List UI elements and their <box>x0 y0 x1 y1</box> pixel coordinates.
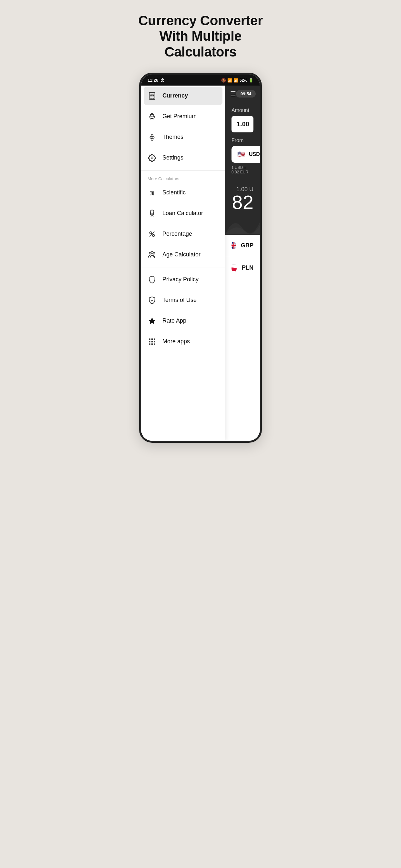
usd-flag: 🇺🇸 <box>236 149 246 159</box>
svg-point-21 <box>153 252 155 254</box>
currency-selector[interactable]: 🇺🇸 USD 📈 <box>232 146 260 163</box>
drawer-item-privacy[interactable]: Privacy Policy <box>141 269 225 290</box>
premium-icon <box>148 112 157 121</box>
status-bar: 11:26 ⏱ 🔕 📶 📶 52% 🔋 <box>141 74 260 86</box>
result-from: 1.00 U <box>232 186 253 193</box>
gbp-code: GBP <box>241 242 253 249</box>
hamburger-icon[interactable]: ☰ <box>230 90 236 98</box>
more-apps-label: More apps <box>162 338 190 345</box>
svg-rect-26 <box>149 341 150 342</box>
status-left: 11:26 ⏱ <box>148 78 165 83</box>
divider-1 <box>141 170 225 170</box>
drawer-item-scientific[interactable]: π Scientific <box>141 182 225 203</box>
terms-label: Terms of Use <box>162 297 197 304</box>
result-area: 1.00 U 0.82 <box>225 180 260 215</box>
loan-icon <box>148 209 157 218</box>
privacy-icon <box>148 275 157 284</box>
drawer-item-currency[interactable]: Currency <box>144 87 222 105</box>
drawer: Currency Get Premium <box>141 86 225 441</box>
drawer-item-more-apps[interactable]: More apps <box>141 331 225 352</box>
rate-icon <box>148 316 157 326</box>
currency-main: Amount 1.00 From 🇺🇸 USD 📈 ⇐ 1 USD = 0.82… <box>225 102 260 180</box>
pln-code: PLN <box>242 265 253 271</box>
settings-label: Settings <box>162 154 183 161</box>
settings-icon <box>148 153 157 162</box>
drawer-item-age[interactable]: Age Calculator <box>141 244 225 265</box>
app-content: ☰ 09:54 Amount 1.00 From 🇺🇸 USD 📈 <box>225 86 260 441</box>
battery-icon: 🔋 <box>249 78 253 83</box>
time-display: 11:26 <box>148 78 158 83</box>
amount-label: Amount <box>232 107 253 113</box>
svg-rect-24 <box>151 338 153 340</box>
wifi-icon: 📶 <box>227 78 232 83</box>
percentage-label: Percentage <box>162 230 192 237</box>
premium-label: Get Premium <box>162 113 197 120</box>
battery-text: 52% <box>240 78 247 83</box>
svg-point-9 <box>150 136 152 138</box>
drawer-item-premium[interactable]: Get Premium <box>141 106 225 127</box>
wave-decoration <box>225 215 260 235</box>
drawer-item-percentage[interactable]: Percentage <box>141 224 225 244</box>
rate-label: Rate App <box>162 317 186 324</box>
more-apps-icon <box>148 337 157 346</box>
app-time: 09:54 <box>236 90 256 97</box>
amount-input[interactable]: 1.00 <box>232 116 253 132</box>
themes-icon <box>148 133 157 142</box>
divider-2 <box>141 267 225 268</box>
pln-flag: 🇵🇱 <box>232 263 237 273</box>
drawer-item-rate[interactable]: Rate App <box>141 311 225 331</box>
svg-rect-23 <box>149 338 150 340</box>
percentage-icon <box>148 229 157 239</box>
currency-list: 🇬🇧 GBP 🇵🇱 PLN <box>225 235 260 441</box>
drawer-item-settings[interactable]: Settings <box>141 148 225 168</box>
svg-point-16 <box>150 231 152 234</box>
scientific-icon: π <box>148 188 157 197</box>
svg-rect-0 <box>149 92 155 99</box>
drawer-item-loan[interactable]: Loan Calculator <box>141 203 225 224</box>
calculator-icon <box>148 91 157 100</box>
svg-point-13 <box>151 157 153 159</box>
svg-point-20 <box>151 252 153 253</box>
currency-label: Currency <box>162 92 188 99</box>
themes-label: Themes <box>162 134 183 141</box>
app-topbar: ☰ 09:54 <box>225 86 260 102</box>
list-item-gbp[interactable]: 🇬🇧 GBP <box>225 235 260 257</box>
svg-point-17 <box>152 235 155 237</box>
drawer-item-themes[interactable]: Themes <box>141 127 225 148</box>
svg-line-18 <box>150 231 154 237</box>
svg-point-11 <box>151 134 153 136</box>
mute-icon: 🔕 <box>221 78 226 83</box>
age-label: Age Calculator <box>162 251 201 258</box>
from-label: From <box>232 137 253 144</box>
svg-rect-27 <box>151 341 153 342</box>
hero-title: Currency ConverterWith Multiple Calculat… <box>134 13 267 60</box>
svg-point-10 <box>152 136 154 138</box>
more-calculators-label: More Calculators <box>141 173 225 182</box>
age-icon <box>148 250 157 259</box>
list-item-pln[interactable]: 🇵🇱 PLN <box>225 257 260 279</box>
svg-rect-29 <box>149 343 150 345</box>
loan-label: Loan Calculator <box>162 210 203 217</box>
phone-shell: 11:26 ⏱ 🔕 📶 📶 52% 🔋 <box>139 73 262 443</box>
svg-point-19 <box>149 252 151 254</box>
privacy-label: Privacy Policy <box>162 276 198 283</box>
terms-icon <box>148 296 157 305</box>
result-value: 0.82 <box>232 193 253 212</box>
exchange-rate: 1 USD = 0.82 EUR <box>232 165 253 175</box>
svg-rect-30 <box>151 343 153 345</box>
drawer-item-terms[interactable]: Terms of Use <box>141 290 225 311</box>
alarm-icon: ⏱ <box>160 78 165 83</box>
svg-marker-22 <box>149 317 156 324</box>
svg-rect-31 <box>154 343 155 345</box>
app-body: Currency Get Premium <box>141 86 260 441</box>
scientific-label: Scientific <box>162 189 186 196</box>
svg-rect-28 <box>154 341 155 342</box>
svg-rect-25 <box>154 338 155 340</box>
currency-code: USD <box>249 151 260 157</box>
gbp-flag: 🇬🇧 <box>232 241 236 251</box>
signal-icon: 📶 <box>234 78 238 83</box>
page-wrapper: Currency ConverterWith Multiple Calculat… <box>134 13 267 443</box>
svg-point-12 <box>151 138 153 141</box>
status-right: 🔕 📶 📶 52% 🔋 <box>221 78 253 83</box>
